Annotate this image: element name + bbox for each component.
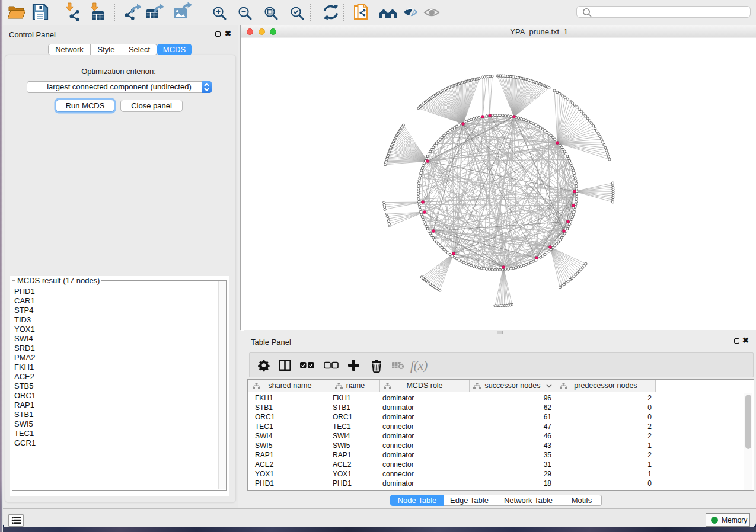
svg-text:f(x): f(x) bbox=[410, 358, 428, 373]
